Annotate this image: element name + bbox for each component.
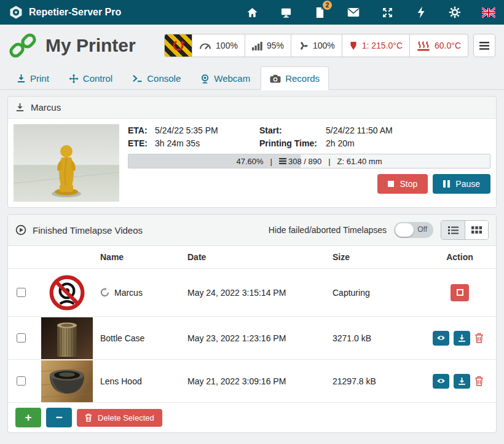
webcam-hazard-button[interactable] xyxy=(164,34,192,57)
bed-temp-status[interactable]: 60.0°C xyxy=(410,34,468,57)
extruder-temp-status[interactable]: 1: 215.0°C xyxy=(342,34,410,57)
speed-multiplier-status[interactable]: 100% xyxy=(192,34,245,57)
expand-arrows-icon[interactable] xyxy=(380,6,394,19)
ete-value: 3h 24m 35s xyxy=(155,138,259,148)
eta-value: 5/24/22 5:35 PM xyxy=(155,125,259,135)
col-header-name: Name xyxy=(100,252,187,262)
fan-icon xyxy=(298,41,309,51)
stop-button-label: Stop xyxy=(400,179,417,189)
timelapse-card: Finished Timelapse Videos Hide failed/ab… xyxy=(7,214,497,433)
select-all-button[interactable]: + xyxy=(15,408,41,427)
timelapse-row-bottle-case: Bottle Case May 23, 2022 1:23:16 PM 3271… xyxy=(8,317,496,360)
tab-print[interactable]: Print xyxy=(7,66,58,90)
row-status: Capturing xyxy=(333,288,423,298)
trash-icon xyxy=(85,413,92,422)
tab-control-label: Control xyxy=(83,73,112,84)
tab-control[interactable]: Control xyxy=(60,66,122,90)
pause-icon xyxy=(443,180,450,188)
delete-video-icon[interactable] xyxy=(474,375,487,387)
power-actions-icon[interactable] xyxy=(414,6,428,19)
flow-value: 95% xyxy=(267,41,284,50)
toggle-state-label: Off xyxy=(417,225,427,234)
extruder-nozzle-icon xyxy=(349,41,358,50)
stop-capture-button[interactable] xyxy=(451,284,469,301)
progress-separator: | xyxy=(270,157,272,166)
speedometer-icon xyxy=(199,41,211,50)
print-preview-image xyxy=(14,124,119,202)
layer-progress: 308 / 890 xyxy=(279,157,321,166)
tab-console[interactable]: Console xyxy=(123,66,190,90)
settings-gear-icon[interactable] xyxy=(448,6,462,19)
flow-bars-icon xyxy=(252,41,262,50)
printer-header: My Printer 100% 95% 100% 1: xyxy=(0,25,504,63)
view-switcher xyxy=(441,220,489,240)
delete-selected-button[interactable]: Delete Selected xyxy=(77,409,162,427)
row-name: Lens Hood xyxy=(100,376,142,386)
row-name: Marcus xyxy=(114,288,143,298)
printer-menu-button[interactable] xyxy=(473,34,495,57)
no-webcam-icon xyxy=(34,275,100,311)
row-date: May 24, 2022 3:15:14 PM xyxy=(187,288,333,298)
heated-bed-icon xyxy=(417,41,430,51)
row-date: May 21, 2022 3:09:16 PM xyxy=(187,376,333,386)
job-actions: Stop Pause xyxy=(128,174,490,194)
home-icon[interactable] xyxy=(245,6,259,19)
tab-print-label: Print xyxy=(30,73,49,84)
video-thumbnail[interactable] xyxy=(34,317,100,359)
row-name: Bottle Case xyxy=(100,333,144,343)
eta-label: ETA: xyxy=(128,125,155,135)
tab-webcam[interactable]: Webcam xyxy=(191,66,259,90)
tab-console-label: Console xyxy=(147,73,181,84)
pause-button-label: Pause xyxy=(455,179,480,189)
stop-square-icon xyxy=(457,289,463,296)
print-queue-icon[interactable]: 2 xyxy=(313,6,326,19)
start-label: Start: xyxy=(259,125,326,135)
list-view-button[interactable] xyxy=(441,221,465,239)
view-video-button[interactable] xyxy=(433,374,449,389)
print-progress-bar: 47.60% | 308 / 890 | Z: 61.40 mm xyxy=(128,154,490,168)
printer-link-logo-icon xyxy=(9,32,37,59)
tab-records-label: Records xyxy=(285,73,320,84)
move-arrows-icon xyxy=(69,74,79,84)
download-video-button[interactable] xyxy=(454,331,470,346)
speed-value: 100% xyxy=(216,41,238,50)
timelapse-row-marcus: Marcus May 24, 2022 3:15:14 PM Capturing xyxy=(8,269,496,317)
camera-icon xyxy=(270,74,281,83)
tab-records[interactable]: Records xyxy=(261,66,329,90)
progress-percent: 47.60% xyxy=(236,157,263,166)
pause-button[interactable]: Pause xyxy=(433,174,490,194)
messages-icon[interactable] xyxy=(347,6,360,19)
layers-icon xyxy=(279,158,286,164)
video-thumbnail[interactable] xyxy=(34,360,100,402)
grid-view-button[interactable] xyxy=(465,221,488,239)
delete-video-icon[interactable] xyxy=(474,332,487,344)
row-checkbox[interactable] xyxy=(17,376,26,386)
row-checkbox[interactable] xyxy=(17,288,26,297)
app-brand: Repetier-Server Pro xyxy=(9,5,121,20)
job-card-body: ETA: 5/24/22 5:35 PM Start: 5/24/22 11:5… xyxy=(8,119,496,207)
deselect-all-button[interactable]: − xyxy=(46,408,72,427)
bed-temp-value: 60.0°C xyxy=(435,41,461,50)
printer-tabs: Print Control Console Webcam Records xyxy=(0,66,504,90)
download-video-button[interactable] xyxy=(454,374,470,389)
minus-icon: − xyxy=(55,411,62,424)
row-date: May 23, 2022 1:23:16 PM xyxy=(187,333,333,343)
language-flag-icon[interactable] xyxy=(482,6,495,19)
fan-status[interactable]: 100% xyxy=(291,34,342,57)
z-height-value: Z: 61.40 mm xyxy=(337,157,382,166)
job-info: ETA: 5/24/22 5:35 PM Start: 5/24/22 11:5… xyxy=(128,124,490,202)
row-size: 3271.0 kB xyxy=(333,333,423,343)
col-header-action: Action xyxy=(423,252,496,262)
flow-multiplier-status[interactable]: 95% xyxy=(245,34,291,57)
view-video-button[interactable] xyxy=(433,331,449,346)
progress-separator: | xyxy=(328,157,330,166)
printers-icon[interactable] xyxy=(279,6,293,19)
hide-failed-label: Hide failed/aborted Timelapses xyxy=(269,225,387,235)
extruder-temp-value: 1: 215.0°C xyxy=(362,41,403,50)
plus-icon: + xyxy=(25,411,31,424)
row-checkbox[interactable] xyxy=(17,333,26,343)
hide-failed-toggle[interactable]: Off xyxy=(394,222,433,238)
current-job-card: Marcus xyxy=(7,96,497,208)
layers-value: 308 / 890 xyxy=(288,157,321,166)
stop-button[interactable]: Stop xyxy=(377,174,428,194)
